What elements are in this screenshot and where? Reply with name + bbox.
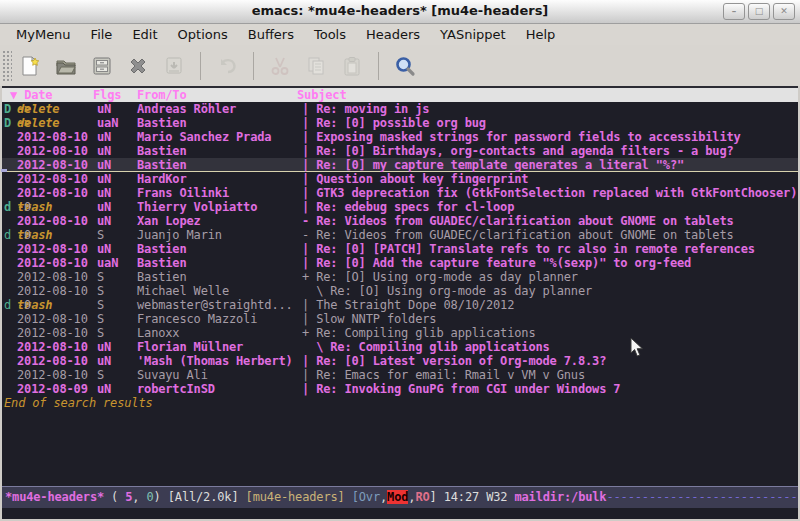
flags-cell: S <box>97 312 104 326</box>
from-cell: 'Mash (Thomas Herbert) <box>137 354 293 368</box>
flags-cell: uN <box>97 144 111 158</box>
date-cell: 2012-08-10 <box>17 256 88 270</box>
window-title: emacs: *mu4e-headers* [mu4e-headers] <box>0 3 800 18</box>
new-file-icon[interactable] <box>17 53 43 79</box>
flags-cell: uN <box>97 382 111 396</box>
mouse-cursor <box>630 337 644 358</box>
modeline-segment: 0 <box>147 490 154 504</box>
message-row[interactable]: d-> trash 0SJuanjo Marin- Re: Videos fro… <box>0 228 800 242</box>
headers-column-bar: ▼ DateFlgsFrom/ToSubject <box>0 88 800 102</box>
message-row[interactable]: 2012-08-10uN'Mash (Thomas Herbert)| Re: … <box>0 354 800 368</box>
modeline-segment: RO <box>415 490 429 504</box>
modeline-segment: , <box>132 490 146 504</box>
from-cell: Bastien <box>137 116 187 130</box>
from-cell: Mario Sanchez Prada <box>137 130 271 144</box>
flags-cell: uN <box>97 172 111 186</box>
modeline-segment: [Ovr <box>352 490 380 504</box>
message-row[interactable]: 2012-08-10SLanoxx+ Re: Compiling glib ap… <box>0 326 800 340</box>
column-header-fromto[interactable]: From/To <box>137 88 187 102</box>
menu-item-yasnippet[interactable]: YASnippet <box>430 27 516 42</box>
subject-cell: | Re: Emacs for email: Rmail v VM v Gnus <box>302 368 585 382</box>
headers-buffer[interactable]: D-> deleteuNAndreas Röhler| Re: moving i… <box>0 102 800 486</box>
mark-flag: d <box>4 200 11 214</box>
date-cell: 2012-08-10 <box>17 130 88 144</box>
message-row[interactable]: 2012-08-10uNBastien| Re: [0] Birthdays, … <box>0 144 800 158</box>
menu-item-options[interactable]: Options <box>168 27 238 42</box>
date-cell: 2012-08-10 <box>17 158 88 172</box>
message-row[interactable]: 2012-08-10uNMario Sanchez Prada| Exposin… <box>0 130 800 144</box>
from-cell: Bastien <box>137 144 187 158</box>
subject-cell: | Exposing masked strings for password f… <box>302 130 741 144</box>
date-cell: 2012-08-10 <box>17 312 88 326</box>
point-cursor <box>1 169 7 172</box>
column-header-date[interactable]: ▼ Date <box>10 88 52 102</box>
menu-item-mymenu[interactable]: MyMenu <box>6 27 81 42</box>
message-row[interactable]: 2012-08-09uNrobertcInSD| Re: Invoking Gn… <box>0 382 800 396</box>
date-cell: 2012-08-10 <box>17 340 88 354</box>
mark-flag: D <box>4 102 11 116</box>
message-row[interactable]: 2012-08-10uaNBastien| Re: [0] Add the ca… <box>0 256 800 270</box>
flags-cell: S <box>97 326 104 340</box>
mode-line[interactable]: *mu4e-headers* ( 5, 0) [All/2.0k] [mu4e-… <box>0 486 800 508</box>
toolbar-separator <box>200 52 201 80</box>
subject-cell: | Re: [0] Birthdays, org-contacts and ag… <box>302 144 734 158</box>
minimize-button[interactable]: – <box>723 3 745 20</box>
menu-item-buffers[interactable]: Buffers <box>238 27 304 42</box>
message-row[interactable]: 2012-08-10uNFlorian Müllner \ Re: Compil… <box>0 340 800 354</box>
menu-item-headers[interactable]: Headers <box>356 27 430 42</box>
subject-cell: - Re: Videos from GUADEC/clarification a… <box>302 228 734 242</box>
subject-cell: | Slow NNTP folders <box>302 312 436 326</box>
toolbar-separator <box>378 52 379 80</box>
subject-cell: | Re: Invoking GnuPG from CGI under Wind… <box>302 382 620 396</box>
copy-icon <box>303 53 329 79</box>
message-row[interactable]: 2012-08-10SSuvayu Ali| Re: Emacs for ema… <box>0 368 800 382</box>
paste-icon <box>339 53 365 79</box>
subject-cell: | Re: [0] possible org bug <box>302 116 486 130</box>
message-row[interactable]: d-> trash 0uNThierry Volpiatto| Re: edeb… <box>0 200 800 214</box>
message-row[interactable]: 2012-08-10uNFrans Oilinki| GTK3 deprecat… <box>0 186 800 200</box>
menu-item-file[interactable]: File <box>81 27 123 42</box>
delete-icon[interactable] <box>125 53 151 79</box>
message-row[interactable]: 2012-08-10uNXan Lopez- Re: Videos from G… <box>0 214 800 228</box>
message-row[interactable]: d-> trash 0Swebmaster@straightd...| The … <box>0 298 800 312</box>
from-cell: Juanjo Marin <box>137 228 222 242</box>
minibuffer[interactable] <box>0 508 800 519</box>
search-icon[interactable] <box>392 53 418 79</box>
from-cell: HardKor <box>137 172 187 186</box>
mark-flag: d <box>4 298 11 312</box>
flags-cell: S <box>97 270 104 284</box>
open-folder-icon[interactable] <box>53 53 79 79</box>
maximize-button[interactable]: □ <box>748 3 770 20</box>
modeline-segment: --------------------------- <box>606 490 797 504</box>
save-icon[interactable] <box>89 53 115 79</box>
save-as-icon <box>161 53 187 79</box>
from-cell: Suvayu Ali <box>137 368 208 382</box>
message-row[interactable]: 2012-08-10SBastien+ Re: [O] Using org-mo… <box>0 270 800 284</box>
flags-cell: uN <box>97 214 111 228</box>
message-row[interactable]: 2012-08-10uNBastien| Re: [0] [PATCH] Tra… <box>0 242 800 256</box>
subject-cell: | Re: [0] my capture template generates … <box>302 158 684 172</box>
message-row[interactable]: 2012-08-10uNBastien| Re: [0] my capture … <box>0 158 800 172</box>
menu-item-help[interactable]: Help <box>516 27 566 42</box>
flags-cell: uaN <box>97 116 118 130</box>
message-row[interactable]: 2012-08-10uNHardKor| Question about key … <box>0 172 800 186</box>
from-cell: Bastien <box>137 242 187 256</box>
title-bar[interactable]: emacs: *mu4e-headers* [mu4e-headers] –□✕ <box>0 0 800 24</box>
flags-cell: S <box>97 228 104 242</box>
menu-item-tools[interactable]: Tools <box>304 27 356 42</box>
toolbar <box>0 45 800 87</box>
close-button[interactable]: ✕ <box>773 3 795 20</box>
message-row[interactable]: 2012-08-10SFrancesco Mazzoli| Slow NNTP … <box>0 312 800 326</box>
message-row[interactable]: D-> deleteuNAndreas Röhler| Re: moving i… <box>0 102 800 116</box>
column-header-flgs[interactable]: Flgs <box>93 88 121 102</box>
flags-cell: uN <box>97 186 111 200</box>
modeline-segment: ) <box>154 490 168 504</box>
from-cell: Michael Welle <box>137 284 229 298</box>
date-cell: 2012-08-10 <box>17 326 88 340</box>
column-header-subject[interactable]: Subject <box>297 88 347 102</box>
toolbar-drag-handle[interactable] <box>2 50 12 82</box>
message-row[interactable]: D-> deleteuaNBastien| Re: [0] possible o… <box>0 116 800 130</box>
subject-cell: | Re: [0] Latest version of Org-mode 7.8… <box>302 354 606 368</box>
message-row[interactable]: 2012-08-10SMichael Welle \ Re: [O] Using… <box>0 284 800 298</box>
menu-item-edit[interactable]: Edit <box>122 27 167 42</box>
